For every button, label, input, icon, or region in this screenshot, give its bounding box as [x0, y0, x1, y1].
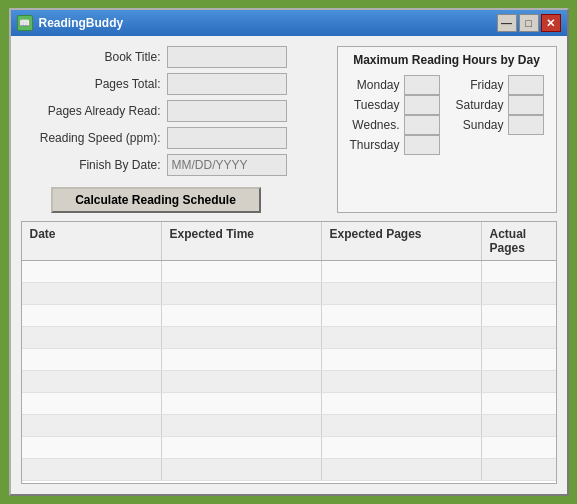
friday-input[interactable]	[508, 75, 544, 95]
table-row	[22, 415, 556, 437]
monday-row: Monday	[348, 75, 442, 95]
saturday-label: Saturday	[452, 98, 504, 112]
pages-total-row: Pages Total:	[21, 73, 327, 95]
form-section: Book Title: Pages Total: Pages Already R…	[21, 46, 327, 213]
book-title-input[interactable]	[167, 46, 287, 68]
pages-total-input[interactable]	[167, 73, 287, 95]
table-row	[22, 327, 556, 349]
table-row	[22, 437, 556, 459]
thursday-row: Thursday	[348, 135, 442, 155]
col-expected-pages: Expected Pages	[322, 222, 482, 260]
col-date: Date	[22, 222, 162, 260]
reading-speed-input[interactable]	[167, 127, 287, 149]
table-header: Date Expected Time Expected Pages Actual…	[22, 222, 556, 261]
saturday-input[interactable]	[508, 95, 544, 115]
pages-read-label: Pages Already Read:	[21, 104, 161, 118]
saturday-row: Saturday	[452, 95, 546, 115]
table-row	[22, 393, 556, 415]
window-title: ReadingBuddy	[39, 16, 124, 30]
reading-speed-row: Reading Speed (ppm):	[21, 127, 327, 149]
window-body: Book Title: Pages Total: Pages Already R…	[11, 36, 567, 494]
monday-label: Monday	[348, 78, 400, 92]
wednesday-label: Wednes.	[348, 118, 400, 132]
schedule-table: Date Expected Time Expected Pages Actual…	[21, 221, 557, 484]
hours-right-col: Friday Saturday Sunday	[452, 75, 546, 155]
table-body	[22, 261, 556, 481]
table-row	[22, 283, 556, 305]
friday-row: Friday	[452, 75, 546, 95]
thursday-label: Thursday	[348, 138, 400, 152]
calculate-button[interactable]: Calculate Reading Schedule	[51, 187, 261, 213]
reading-speed-label: Reading Speed (ppm):	[21, 131, 161, 145]
title-buttons: — □ ✕	[497, 14, 561, 32]
tuesday-input[interactable]	[404, 95, 440, 115]
wednesday-row: Wednes.	[348, 115, 442, 135]
table-row	[22, 261, 556, 283]
close-button[interactable]: ✕	[541, 14, 561, 32]
pages-read-input[interactable]	[167, 100, 287, 122]
hours-left-col: Monday Tuesday Wednes. Thursday	[348, 75, 442, 155]
tuesday-label: Tuesday	[348, 98, 400, 112]
minimize-button[interactable]: —	[497, 14, 517, 32]
calculate-row: Calculate Reading Schedule	[21, 181, 327, 213]
pages-total-label: Pages Total:	[21, 77, 161, 91]
hours-panel-title: Maximum Reading Hours by Day	[348, 53, 546, 67]
main-window: 📖 ReadingBuddy — □ ✕ Book Title: Pages T…	[9, 8, 569, 496]
maximize-button[interactable]: □	[519, 14, 539, 32]
sunday-label: Sunday	[452, 118, 504, 132]
window-icon: 📖	[17, 15, 33, 31]
table-row	[22, 459, 556, 481]
sunday-input[interactable]	[508, 115, 544, 135]
sunday-row: Sunday	[452, 115, 546, 135]
friday-label: Friday	[452, 78, 504, 92]
wednesday-input[interactable]	[404, 115, 440, 135]
hours-panel: Maximum Reading Hours by Day Monday Tues…	[337, 46, 557, 213]
col-expected-time: Expected Time	[162, 222, 322, 260]
monday-input[interactable]	[404, 75, 440, 95]
col-actual-pages: Actual Pages	[482, 222, 556, 260]
pages-read-row: Pages Already Read:	[21, 100, 327, 122]
table-row	[22, 371, 556, 393]
book-title-row: Book Title:	[21, 46, 327, 68]
book-title-label: Book Title:	[21, 50, 161, 64]
tuesday-row: Tuesday	[348, 95, 442, 115]
table-row	[22, 305, 556, 327]
finish-by-label: Finish By Date:	[21, 158, 161, 172]
thursday-input[interactable]	[404, 135, 440, 155]
finish-by-input[interactable]	[167, 154, 287, 176]
finish-by-row: Finish By Date:	[21, 154, 327, 176]
title-bar: 📖 ReadingBuddy — □ ✕	[11, 10, 567, 36]
top-section: Book Title: Pages Total: Pages Already R…	[21, 46, 557, 213]
hours-grid: Monday Tuesday Wednes. Thursday	[348, 75, 546, 155]
table-row	[22, 349, 556, 371]
